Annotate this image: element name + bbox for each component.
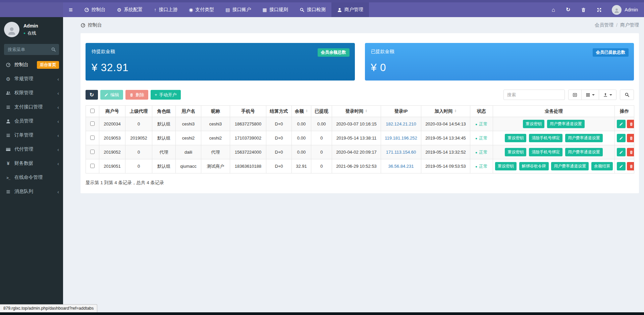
nav-item-label: 系统配置 [124,7,143,13]
cell-phone: 18637275800 [230,117,266,131]
row-checkbox[interactable] [90,136,95,140]
sidebar-item-dashboard[interactable]: 控制台后台首页 [0,58,63,72]
refresh-button[interactable] [560,2,576,17]
chevron-left-icon [57,161,59,166]
user-rate-channel-button[interactable]: 用户费率通道设置 [565,148,603,156]
sidebar-item-members[interactable]: 会员管理 [0,114,63,128]
cell-join-time: 2019-05-14 13:32:52 [421,145,470,159]
fullscreen-button[interactable] [591,2,607,17]
window-top-strip [0,0,644,2]
table-row: 2019053 2019052 默认组 ceshi2 ceshi2 171037… [86,131,634,145]
nav-item-interface-upstream[interactable]: 接口上游 [148,2,183,17]
ip-link[interactable]: 119.181.196.252 [385,136,417,141]
col-parent-agent[interactable]: 上级代理 [125,106,152,117]
row-checkbox[interactable] [90,150,95,154]
balance-settle-button[interactable]: 余额结算 [591,162,613,170]
sidebar-item-finance[interactable]: 财务数据 [0,156,63,170]
row-edit-button[interactable] [617,120,626,128]
pencil-icon [619,164,623,168]
sidebar-item-payment-interface[interactable]: 支付接口管理 [0,100,63,114]
cell-merchant-id: 2019052 [99,145,125,159]
user-rate-channel-button[interactable]: 用户费率通道设置 [565,134,603,142]
table-header-row: 商户号 上级代理 角色组 用户名 昵称 手机号 结算方式 余额 已提现 登录时间… [86,106,634,117]
ip-link[interactable]: 182.124.21.210 [386,121,416,126]
delete-button[interactable]: 删除 [125,90,148,100]
col-nickname[interactable]: 昵称 [201,106,230,117]
row-delete-button[interactable] [627,134,634,142]
row-checkbox[interactable] [90,121,95,126]
search-toggle-button[interactable] [620,90,634,100]
clear-cache-button[interactable] [576,2,591,17]
navbar-user-menu[interactable]: Admin [607,5,639,15]
sort-icon[interactable] [306,109,308,112]
clear-phone-binding-button[interactable]: 清除手机号绑定 [529,148,562,156]
edit-button[interactable]: 编辑 [100,90,123,100]
col-merchant-id[interactable]: 商户号 [99,106,125,117]
row-checkbox[interactable] [90,164,95,168]
user-rate-channel-button[interactable]: 用户费率通道设置 [551,162,589,170]
col-login-ip[interactable]: 登录IP [381,106,421,117]
col-actions: 操作 [615,106,634,117]
row-delete-button[interactable] [627,148,634,156]
sidebar-item-orders[interactable]: 订单管理 [0,128,63,142]
nav-item-interface-rule[interactable]: 接口规则 [257,2,294,17]
home-button[interactable] [546,2,560,17]
col-balance[interactable]: 余额 [292,106,311,117]
status-badge: 正常 [475,121,488,126]
card-title: 待提款金额 [92,49,349,55]
nav-item-interface-check[interactable]: 接口检测 [294,2,331,17]
breadcrumb-item-members[interactable]: 会员管理 [595,22,613,28]
unbind-google-token-button[interactable]: 解绑谷歌令牌 [519,162,549,170]
nav-item-merchant-management[interactable]: 商户管理 [331,2,369,17]
status-dot-icon [475,137,477,140]
row-edit-button[interactable] [617,162,626,170]
nav-item-interface-account[interactable]: 接口账户 [220,2,257,17]
sidebar-toggle-button[interactable] [63,2,78,17]
reset-key-button[interactable]: 重设密钥 [505,148,526,156]
reset-key-button[interactable]: 重设密钥 [495,162,517,170]
refresh-table-button[interactable] [86,90,98,100]
sidebar-item-message-queue[interactable]: 消息队列 [0,185,63,199]
sidebar-item-general[interactable]: 常规管理 [0,72,63,86]
reset-key-button[interactable]: 重设密钥 [505,134,526,142]
columns-button[interactable] [581,90,599,100]
col-settle-mode[interactable]: 结算方式 [266,106,292,117]
nav-item-pay-type[interactable]: 支付类型 [183,2,220,17]
nav-item-dashboard[interactable]: 控制台 [78,2,111,17]
table-search-input[interactable] [503,90,565,100]
col-role-group[interactable]: 角色组 [152,106,176,117]
nav-item-label: 控制台 [92,7,106,13]
trash-icon [629,136,633,140]
col-status[interactable]: 状态 [470,106,493,117]
col-join-time[interactable]: 加入时间 [421,106,470,117]
sort-icon[interactable] [454,109,457,112]
sidebar-item-permissions[interactable]: 权限管理 [0,86,63,100]
row-edit-button[interactable] [617,134,626,142]
sort-icon[interactable] [365,109,368,112]
cell-login-ip: 119.181.196.252 [381,131,421,145]
list-icon [6,105,11,110]
sidebar-item-payouts[interactable]: 代付管理 [0,142,63,156]
trash-icon [629,122,633,126]
row-edit-button[interactable] [617,148,626,156]
ip-link[interactable]: 171.113.154.60 [386,150,416,155]
col-phone[interactable]: 手机号 [230,106,266,117]
user-rate-channel-button[interactable]: 用户费率通道设置 [547,120,585,128]
toggle-view-button[interactable] [568,90,582,100]
col-username[interactable]: 用户名 [176,106,201,117]
manual-open-account-button[interactable]: +手动开户 [151,90,181,100]
export-button[interactable] [599,90,616,100]
clear-phone-binding-button[interactable]: 清除手机号绑定 [529,134,562,142]
ip-link[interactable]: 36.56.84.231 [388,164,414,169]
yen-icon [7,161,10,166]
row-delete-button[interactable] [627,162,634,170]
col-withdrawn[interactable]: 已提现 [311,106,332,117]
pencil-icon [104,93,108,97]
select-all-checkbox[interactable] [90,109,95,113]
col-login-time[interactable]: 登录时间 [332,106,381,117]
gears-icon [6,76,10,82]
reset-key-button[interactable]: 重设密钥 [523,120,544,128]
row-delete-button[interactable] [627,120,634,128]
sidebar-item-online-command[interactable]: 在线命令管理 [0,170,63,185]
nav-item-system-config[interactable]: 系统配置 [111,2,148,17]
